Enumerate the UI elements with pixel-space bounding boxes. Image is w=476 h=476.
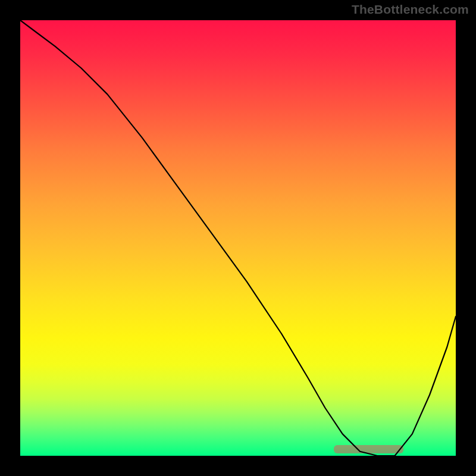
watermark-text: TheBottleneck.com xyxy=(352,2,469,17)
chart-frame: TheBottleneck.com xyxy=(0,0,476,476)
minimum-band xyxy=(334,445,403,453)
curve-layer xyxy=(20,20,456,456)
bottleneck-curve xyxy=(20,20,456,456)
plot-area xyxy=(20,20,456,456)
